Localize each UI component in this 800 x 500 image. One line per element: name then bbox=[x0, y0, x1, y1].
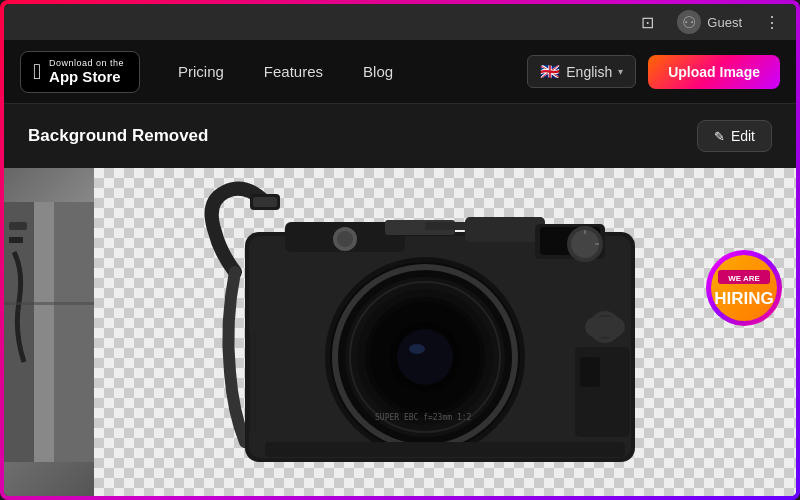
nav-right: 🇬🇧 English ▾ Upload Image bbox=[527, 55, 780, 89]
svg-rect-45 bbox=[425, 222, 485, 230]
language-label: English bbox=[566, 64, 612, 80]
apple-logo-icon:  bbox=[33, 61, 41, 83]
edit-btn-label: Edit bbox=[731, 128, 755, 144]
browser-bar: ⊡ ⚇ Guest ⋮ bbox=[4, 4, 796, 40]
svg-text:HIRING: HIRING bbox=[714, 289, 774, 308]
camera-image-container: SUPER EBC f=23mm 1:2 bbox=[94, 168, 796, 496]
split-view-icon: ⊡ bbox=[641, 13, 654, 32]
outer-border: ⊡ ⚇ Guest ⋮  Download on the App Store bbox=[0, 0, 800, 500]
edit-button[interactable]: ✎ Edit bbox=[697, 120, 772, 152]
svg-text:SUPER EBC   f=23mm 1:2: SUPER EBC f=23mm 1:2 bbox=[375, 413, 472, 422]
section-title: Background Removed bbox=[28, 126, 208, 146]
main-content: Background Removed ✎ Edit bbox=[4, 104, 796, 496]
nav-links: Pricing Features Blog bbox=[160, 55, 527, 88]
svg-rect-37 bbox=[585, 317, 625, 337]
svg-text:WE ARE: WE ARE bbox=[728, 274, 760, 283]
svg-rect-43 bbox=[580, 357, 600, 387]
nav-link-features[interactable]: Features bbox=[246, 55, 341, 88]
edit-pencil-icon: ✎ bbox=[714, 129, 725, 144]
inner-wrapper: ⊡ ⚇ Guest ⋮  Download on the App Store bbox=[4, 4, 796, 496]
avatar: ⚇ bbox=[677, 10, 701, 34]
flag-icon: 🇬🇧 bbox=[540, 62, 560, 81]
image-area: SUPER EBC f=23mm 1:2 bbox=[4, 168, 796, 496]
content-header: Background Removed ✎ Edit bbox=[4, 104, 796, 168]
app-store-badge[interactable]:  Download on the App Store bbox=[20, 51, 140, 93]
hiring-badge-svg: WE ARE HIRING bbox=[704, 248, 784, 328]
upload-image-button[interactable]: Upload Image bbox=[648, 55, 780, 89]
original-image-strip bbox=[4, 168, 94, 496]
svg-rect-6 bbox=[4, 302, 94, 305]
nav-link-blog[interactable]: Blog bbox=[345, 55, 411, 88]
svg-point-32 bbox=[397, 329, 453, 385]
chevron-down-icon: ▾ bbox=[618, 66, 623, 77]
svg-point-33 bbox=[409, 344, 425, 354]
navbar:  Download on the App Store Pricing Feat… bbox=[4, 40, 796, 104]
svg-rect-4 bbox=[9, 222, 27, 230]
nav-link-pricing[interactable]: Pricing bbox=[160, 55, 242, 88]
processed-image-area: SUPER EBC f=23mm 1:2 bbox=[94, 168, 796, 496]
svg-point-17 bbox=[571, 230, 599, 258]
hiring-badge[interactable]: WE ARE HIRING bbox=[704, 248, 784, 328]
more-icon: ⋮ bbox=[764, 13, 780, 32]
language-selector[interactable]: 🇬🇧 English ▾ bbox=[527, 55, 636, 88]
svg-point-39 bbox=[337, 231, 353, 247]
split-view-button[interactable]: ⊡ bbox=[633, 8, 661, 36]
download-on-text: Download on the bbox=[49, 58, 124, 68]
svg-point-47 bbox=[711, 255, 777, 321]
guest-button[interactable]: ⚇ Guest bbox=[669, 6, 750, 38]
svg-rect-3 bbox=[54, 202, 94, 462]
svg-rect-5 bbox=[9, 237, 23, 243]
guest-label: Guest bbox=[707, 15, 742, 30]
svg-rect-8 bbox=[253, 197, 277, 207]
svg-rect-44 bbox=[265, 442, 625, 457]
original-strip-svg bbox=[4, 168, 94, 496]
more-options-button[interactable]: ⋮ bbox=[758, 8, 786, 36]
app-store-label: App Store bbox=[49, 68, 124, 86]
camera-svg: SUPER EBC f=23mm 1:2 bbox=[185, 172, 705, 492]
user-icon: ⚇ bbox=[682, 13, 696, 32]
svg-rect-2 bbox=[34, 202, 54, 462]
